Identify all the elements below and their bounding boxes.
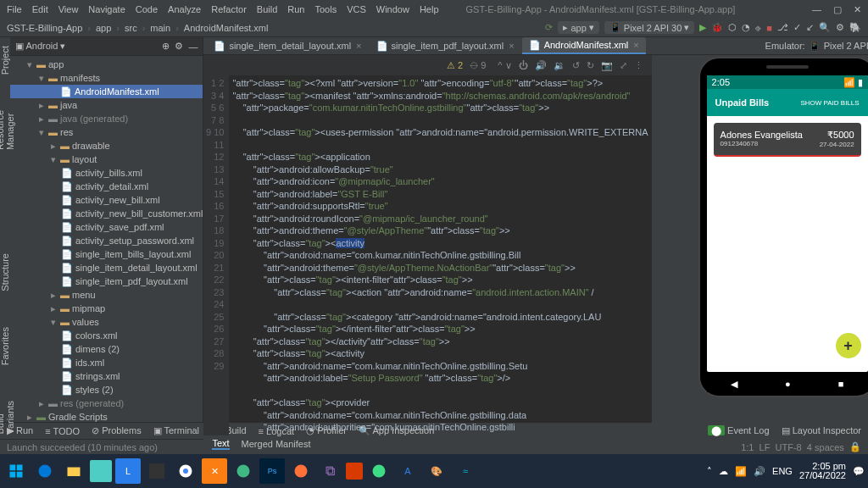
menu-window[interactable]: Window xyxy=(376,4,409,14)
power-icon[interactable]: ⏻ xyxy=(519,60,528,70)
vol-up-icon[interactable]: 🔊 xyxy=(535,60,547,71)
rotate-left-icon[interactable]: ↺ xyxy=(572,60,580,71)
terminal-tool[interactable]: ▣ Terminal xyxy=(153,425,199,436)
screenshot-icon[interactable]: 📷 xyxy=(601,60,613,71)
tab-file[interactable]: 📄single_item_pdf_layout.xml× xyxy=(370,37,521,54)
problems-tool[interactable]: ⊘ Problems xyxy=(92,425,142,436)
bill-card[interactable]: Adones Evangelista 0912340678 ₹5000 27-0… xyxy=(714,123,861,157)
resource-manager-tab[interactable]: Resource Manager xyxy=(0,105,15,155)
menu-navigate[interactable]: Navigate xyxy=(88,4,125,14)
device-screen[interactable]: 2:05📶 ▮ Unpaid Bills SHOW PAID BILLS Ado… xyxy=(707,75,868,372)
firefox-icon[interactable] xyxy=(288,458,314,484)
app-icon[interactable] xyxy=(231,458,256,484)
favorites-tab[interactable]: Favorites xyxy=(0,322,10,370)
tray-sound-icon[interactable]: 🔊 xyxy=(754,466,765,477)
explorer-icon[interactable] xyxy=(61,458,86,484)
todo-tool[interactable]: ≡ TODO xyxy=(45,426,80,436)
emulator-tab[interactable]: Emulator: 📱Pixel 2 API 30× xyxy=(759,37,868,54)
show-paid-bills-button[interactable]: SHOW PAID BILLS xyxy=(800,99,859,107)
menu-file[interactable]: File xyxy=(7,4,22,14)
xampp-icon[interactable]: ✕ xyxy=(202,458,227,484)
more-icon[interactable]: ⋮ xyxy=(634,60,643,71)
hide-icon[interactable]: — xyxy=(188,42,198,52)
app-icon[interactable]: A xyxy=(395,458,420,484)
code-editor[interactable]: 1 2 3 4 5 6 7 8 9 10 11 12 13 14 15 16 1… xyxy=(203,75,651,435)
tray-chevron-icon[interactable]: ˄ xyxy=(707,466,712,477)
debug-icon[interactable]: 🐞 xyxy=(711,22,723,33)
project-tab[interactable]: Project xyxy=(0,41,10,80)
weak-warning-badge[interactable]: ⦵ 9 xyxy=(470,60,486,71)
tray-wifi-icon[interactable]: 📶 xyxy=(735,466,747,477)
run-config-app[interactable]: ▸ app ▾ xyxy=(558,21,598,34)
commit-icon[interactable]: ✓ xyxy=(793,22,801,33)
filter-icon[interactable]: ⚙ xyxy=(175,41,183,52)
chrome-icon[interactable] xyxy=(173,458,198,484)
search-icon[interactable]: 🔍 xyxy=(819,22,831,33)
minimize-icon[interactable]: — xyxy=(812,4,821,15)
close-tab-icon[interactable]: × xyxy=(356,41,361,51)
sync-icon[interactable]: ⟳ xyxy=(545,22,553,33)
pull-icon[interactable]: ↙ xyxy=(806,22,814,33)
back-icon[interactable]: ◀ xyxy=(731,379,737,390)
office-icon[interactable] xyxy=(346,463,363,480)
stop-icon[interactable]: ■ xyxy=(766,23,772,33)
project-tree[interactable]: ▾▬app ▾▬manifests 📄AndroidManifest.xml ▸… xyxy=(10,56,203,422)
warning-badge[interactable]: ⚠ 2 xyxy=(447,60,463,71)
paint-icon[interactable]: 🎨 xyxy=(424,458,449,484)
menu-view[interactable]: View xyxy=(58,4,79,14)
start-icon[interactable] xyxy=(3,458,29,484)
collapse-icon[interactable]: ⊕ xyxy=(162,41,170,52)
close-tab-icon[interactable]: × xyxy=(633,40,638,50)
app-icon[interactable]: ≈ xyxy=(453,458,478,484)
android-studio-icon[interactable] xyxy=(366,458,392,484)
menu-edit[interactable]: Edit xyxy=(32,4,48,14)
edge-icon[interactable] xyxy=(32,458,58,484)
run-config-device[interactable]: 📱 Pixel 2 API 30 ▾ xyxy=(604,21,695,34)
menu-refactor[interactable]: Refactor xyxy=(211,4,247,14)
git-icon[interactable]: ⎇ xyxy=(777,22,788,33)
tray-notifications-icon[interactable]: 💬 xyxy=(853,466,865,477)
close-tab-icon[interactable]: × xyxy=(509,41,514,51)
tab-file-active[interactable]: 📄AndroidManifest.xml× xyxy=(522,37,646,54)
menu-help[interactable]: Help xyxy=(420,4,439,14)
structure-tab[interactable]: Structure xyxy=(0,248,10,297)
gradle-sync-icon[interactable]: 🐘 xyxy=(849,22,861,33)
tray-lang[interactable]: ENG xyxy=(772,466,793,476)
merged-manifest-tab[interactable]: Merged Manifest xyxy=(242,439,311,449)
vs-icon[interactable]: ⧉ xyxy=(317,458,342,484)
menu-run[interactable]: Run xyxy=(287,4,304,14)
android-dropdown[interactable]: ▣ Android ▾ xyxy=(15,41,65,52)
tree-file-manifest[interactable]: 📄AndroidManifest.xml xyxy=(10,85,203,98)
zoom-icon[interactable]: ⤢ xyxy=(620,60,627,71)
app-icon[interactable] xyxy=(90,460,112,482)
rotate-right-icon[interactable]: ↻ xyxy=(587,60,594,71)
menu-code[interactable]: Code xyxy=(136,4,158,14)
breadcrumb[interactable]: main xyxy=(150,23,170,33)
build-variants-tab[interactable]: Build Variants xyxy=(0,396,15,440)
menu-tools[interactable]: Tools xyxy=(314,4,337,14)
app-icon[interactable]: L xyxy=(115,458,141,484)
tray-cloud-icon[interactable]: ☁ xyxy=(719,466,728,477)
close-icon[interactable]: ✕ xyxy=(854,4,861,15)
photoshop-icon[interactable]: Ps xyxy=(259,458,285,484)
text-tab[interactable]: Text xyxy=(212,438,229,450)
breadcrumb[interactable]: app xyxy=(96,23,111,33)
recents-icon[interactable]: ■ xyxy=(838,379,844,389)
tray-clock[interactable]: 2:05 pm27/04/2022 xyxy=(799,462,846,480)
menu-vcs[interactable]: VCS xyxy=(347,4,366,14)
menu-build[interactable]: Build xyxy=(257,4,277,14)
maximize-icon[interactable]: ▢ xyxy=(833,4,842,15)
coverage-icon[interactable]: ⬡ xyxy=(728,22,737,33)
attach-icon[interactable]: ⎆ xyxy=(755,23,761,33)
breadcrumb[interactable]: GST-E-Billing-App xyxy=(7,23,82,33)
profile-icon[interactable]: ◔ xyxy=(742,22,750,33)
app-icon[interactable] xyxy=(144,458,170,484)
menu-analyze[interactable]: Analyze xyxy=(168,4,201,14)
fab-add-button[interactable]: + xyxy=(836,333,861,358)
gear-icon[interactable]: ⚙ xyxy=(836,22,844,33)
home-icon[interactable]: ● xyxy=(785,379,791,389)
breadcrumb[interactable]: src xyxy=(125,23,137,33)
vol-down-icon[interactable]: 🔉 xyxy=(554,60,565,71)
tab-file[interactable]: 📄single_item_detail_layout.xml× xyxy=(207,37,368,54)
run-icon[interactable]: ▶ xyxy=(699,22,706,33)
